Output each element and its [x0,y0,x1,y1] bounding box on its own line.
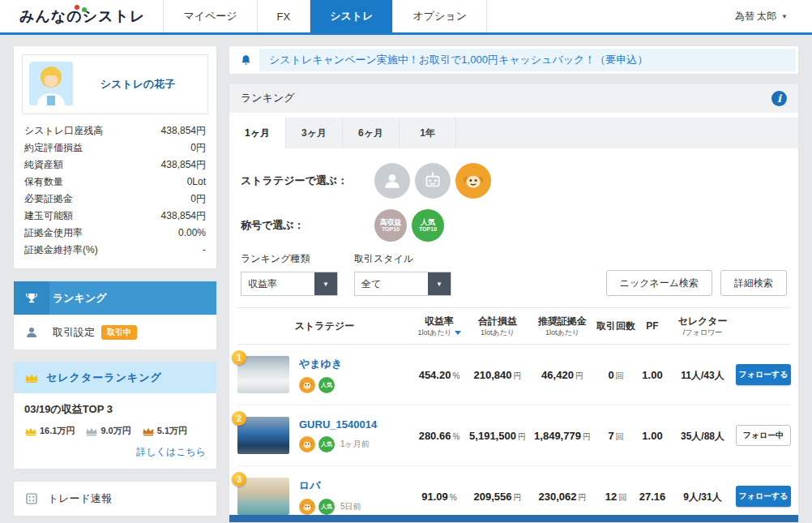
pf-cell: 1.00 [635,367,669,382]
tab-1month[interactable]: 1ヶ月 [229,118,286,148]
chevron-down-icon: ▼ [781,13,788,20]
trade-style-group: 取引スタイル 全て ▼ [354,252,451,296]
account-row: 建玉可能額438,854円 [24,208,206,225]
column-header-return[interactable]: 収益率 1lotあたり [412,315,467,337]
tab-label: 3ヶ月 [301,126,327,140]
tab-3months[interactable]: 3ヶ月 [286,118,343,148]
badge-filter-row: 称号で選ぶ： 高収益 TOP10 人気 TOP10 [241,209,787,242]
filter-person-icon[interactable] [374,163,410,199]
popular-badge-icon: 人気 [318,377,335,393]
selector-count: 11人/43人 [681,370,724,381]
dropdown-row: ランキング種類 収益率 ▼ 取引スタイル 全て ▼ [241,252,787,296]
profit-value: 209,556 [474,491,512,503]
strategy-name[interactable]: ロバ [299,478,361,493]
sidebar-item-trade-settings[interactable]: 取引設定 取引中 [14,315,216,349]
notice-text[interactable]: シストレキャンペーン実施中！お取引で1,000円キャッシュバック！（要申込） [259,49,796,71]
tab-6months[interactable]: 6ヶ月 [343,118,400,148]
info-icon[interactable]: i [771,91,787,106]
character-icon [299,377,315,393]
period-tabs: 1ヶ月 3ヶ月 6ヶ月 1年 [229,118,798,148]
strategy-name[interactable]: やまゆき [299,357,342,371]
trade-style-select[interactable]: 全て ▼ [354,272,451,296]
return-unit: % [452,432,459,441]
strategy-name[interactable]: GURU_1540014 [299,418,377,431]
gold-crown-icon [24,427,37,436]
profit-value: 210,840 [474,369,512,381]
column-header-trades: 取引回数 [596,319,635,332]
nav-tab-systre[interactable]: シストレ [310,0,393,32]
strategy-thumbnail[interactable]: 2 [237,417,289,454]
account-label: 証拠金維持率(%) [24,242,98,259]
nav-tab-label: マイページ [183,9,237,24]
column-sublabel: 1lotあたり [417,328,451,337]
trade-style-value: 全て [355,277,428,291]
high-return-badge-icon[interactable]: 高収益 TOP10 [374,209,407,242]
column-header-strategy: ストラテジー [237,319,412,332]
tab-1year[interactable]: 1年 [400,118,456,148]
sidebar-item-trade-news[interactable]: トレード速報 [14,482,216,516]
strategy-filter-label: ストラテジーで選ぶ： [241,174,374,188]
strategy-badges: 人気 5日前 [299,499,361,515]
nav-tab-fx[interactable]: FX [258,0,311,32]
logo-green-dot-icon [82,7,87,12]
ranking-panel: ランキング i 1ヶ月 3ヶ月 6ヶ月 1年 ストラテジーで選ぶ： [229,83,799,523]
nickname-search-button[interactable]: ニックネーム検索 [606,270,712,296]
profit-cell: 210,840円 [467,367,528,382]
filter-robot-icon[interactable] [415,163,451,199]
user-name: 為替 太郎 [735,10,776,24]
follow-cell: フォローする [736,364,791,385]
margin-value: 1,849,779 [534,430,581,442]
trades-unit: 回 [618,493,626,502]
follow-button[interactable]: フォローする [736,486,791,507]
advanced-search-button[interactable]: 詳細検索 [720,270,787,296]
ranking-type-label: ランキング種類 [241,252,338,266]
trade-style-label: 取引スタイル [354,252,451,266]
rank2-amount-value: 9.0万円 [100,425,130,437]
strategy-thumbnail[interactable]: 3 [237,478,289,515]
return-cell: 280.66% [412,428,467,443]
margin-unit: 円 [575,371,583,380]
dropdown-arrow-icon: ▼ [428,272,451,295]
table-header: ストラテジー 収益率 1lotあたり 合計損益 1lotあたり 推奨証拠金 1l… [237,307,790,345]
popular-badge-icon: 人気 [318,436,335,452]
nav-tab-option[interactable]: オプション [393,0,487,32]
ranking-section-header: ランキング i [229,84,798,113]
rank-badge: 1 [232,350,246,365]
profit-unit: 円 [514,371,522,380]
follow-button[interactable]: フォロー中 [736,425,791,446]
trades-unit: 回 [616,432,624,441]
sidebar-menu-panel: ランキング 取引設定 取引中 [13,281,217,350]
app-logo[interactable]: みんなのシストレ [0,0,163,32]
ranking-type-select[interactable]: 収益率 ▼ [241,272,338,296]
search-buttons: ニックネーム検索 詳細検索 [606,270,787,296]
follow-button[interactable]: フォローする [736,364,791,385]
ranking-type-group: ランキング種類 収益率 ▼ [241,252,338,296]
badge-text: 人気 [421,218,435,226]
filter-character-icon[interactable] [455,163,491,199]
trade-news-panel: トレード速報 [13,481,217,517]
account-value: 438,854円 [161,208,206,225]
sidebar-item-ranking[interactable]: ランキング [14,281,216,315]
strategy-row: 2 GURU_1540014 人気 1ヶ月前 28 [237,405,790,466]
nav-tab-mypage[interactable]: マイページ [164,0,257,32]
strategy-thumbnail[interactable]: 1 [237,356,289,393]
pf-cell: 1.00 [635,428,669,443]
strategy-info: GURU_1540014 人気 1ヶ月前 [299,418,377,452]
selector-ranking-detail-link[interactable]: 詳しくはこちら [14,439,216,469]
selector-ranking-panel: セレクターランキング 03/19の収益TOP 3 16.1万円 9.0万円 5.… [13,362,217,469]
nav-tab-label: シストレ [330,9,373,24]
trophy-icon [14,281,49,315]
return-unit: % [450,493,457,502]
profile-name: シストレの花子 [75,77,201,92]
column-header-profit: 合計損益 1lotあたり [467,315,528,337]
badge-filter-icons: 高収益 TOP10 人気 TOP10 [374,209,444,242]
user-menu[interactable]: 為替 太郎 ▼ [735,0,812,32]
account-label: 必要証拠金 [24,191,73,208]
popular-badge-icon[interactable]: 人気 TOP10 [412,209,444,242]
sidebar: シストレの花子 シストレ口座残高438,854円 約定評価損益0円 純資産額43… [13,45,217,523]
person-icon [14,315,49,349]
strategy-photo [237,478,289,515]
return-cell: 454.20% [412,367,467,382]
profit-unit: 円 [518,432,526,441]
column-sublabel: 1lotあたり [528,328,596,337]
